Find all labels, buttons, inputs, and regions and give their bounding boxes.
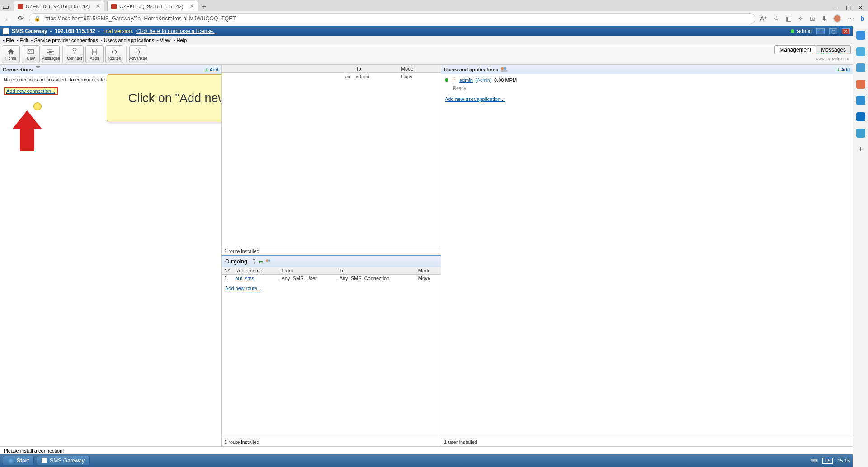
favicon-icon — [18, 4, 23, 9]
advanced-button[interactable]: Advanced — [129, 45, 147, 63]
refresh-icon[interactable]: ⟳ — [16, 14, 24, 23]
taskbar-app[interactable]: SMS Gateway — [37, 456, 90, 466]
add-user-link-top[interactable]: Add — [837, 67, 850, 72]
table-row[interactable]: 1. out_sms Any_SMS_User Any_SMS_Connecti… — [222, 275, 441, 282]
collections-icon[interactable]: ✧ — [798, 15, 803, 22]
start-orb-icon — [8, 457, 14, 464]
svg-point-6 — [137, 51, 140, 53]
extensions-icon[interactable]: ⊞ — [810, 15, 815, 22]
app-maximize-icon[interactable]: ▢ — [829, 28, 837, 34]
menu-icon[interactable]: ⋯ — [848, 15, 854, 22]
svg-rect-0 — [28, 50, 34, 54]
close-icon[interactable]: ✕ — [96, 3, 100, 10]
close-icon[interactable]: ✕ — [190, 3, 194, 10]
avatar[interactable] — [833, 14, 841, 23]
favorite-icon[interactable]: ☆ — [774, 15, 779, 22]
url-input[interactable]: 🔒 https://localhost:9515/SMS_Gateway/?a=… — [29, 13, 755, 24]
copilot-icon[interactable]: b — [860, 15, 864, 22]
tab-title: OZEKI 10 (192.168.115.142) — [26, 4, 90, 9]
keyboard-icon[interactable]: ⌨ — [811, 458, 818, 464]
add-new-user-link[interactable]: Add new user/application... — [445, 96, 505, 102]
menu-view[interactable]: View — [157, 38, 171, 43]
new-tab-button[interactable]: + — [202, 3, 206, 11]
add-new-connection-link[interactable]: Add new connection... — [6, 88, 55, 94]
status-dot-icon — [791, 29, 794, 33]
new-button[interactable]: New — [22, 45, 40, 63]
buy-license-link[interactable]: Click here to purchase a license. — [136, 28, 214, 34]
lock-icon: 🔒 — [34, 15, 41, 22]
browser-tab-1[interactable]: OZEKI 10 (192.168.115.142) ✕ — [14, 1, 104, 11]
outlook-icon[interactable] — [856, 112, 865, 121]
add-connection-link-top[interactable]: Add — [205, 67, 218, 72]
svg-rect-1 — [47, 49, 52, 53]
chat-icon[interactable] — [856, 47, 865, 56]
address-bar: ← ⟳ 🔒 https://localhost:9515/SMS_Gateway… — [0, 11, 868, 26]
panel-title: Users and applications — [444, 67, 498, 72]
svg-point-5 — [92, 49, 97, 51]
users-icon — [500, 66, 508, 73]
menu-connections[interactable]: Service provider connections — [31, 38, 98, 43]
menu-edit[interactable]: Edit — [17, 38, 28, 43]
maximize-icon[interactable]: ▢ — [846, 5, 851, 11]
route-diagram-icon: ⬅ — [251, 258, 272, 265]
games-icon[interactable] — [856, 96, 865, 105]
users-panel: Users and applications Add admin (Admin)… — [441, 65, 853, 446]
messages-button[interactable]: Messages — [42, 45, 60, 63]
keyboard-layout[interactable]: US — [822, 458, 833, 464]
outgoing-header: Outgoing ⬅ — [222, 256, 441, 267]
app-close-icon[interactable]: ✕ — [842, 28, 850, 34]
menu-file[interactable]: File — [3, 38, 14, 43]
add-icon[interactable]: + — [856, 145, 865, 154]
system-tray: ⌨ US 15:15 — [811, 458, 850, 464]
menu-help[interactable]: Help — [174, 38, 187, 43]
menu-users[interactable]: Users and applications — [101, 38, 154, 43]
send-icon[interactable] — [856, 129, 865, 138]
routes-button[interactable]: Routes — [105, 45, 123, 63]
toolbar: Home New Messages Connect Apps Routes Ad… — [0, 44, 853, 65]
connect-button[interactable]: Connect — [66, 45, 84, 63]
tab-title: OZEKI 10 (192.168.115.142) — [119, 4, 183, 9]
route-name-link[interactable]: out_sms — [235, 276, 254, 281]
start-button[interactable]: Start — [3, 456, 34, 466]
user-row[interactable]: admin (Admin) 0.00 MPM — [441, 74, 853, 86]
menubar: File Edit Service provider connections U… — [0, 36, 853, 44]
outgoing-footer: 1 route installed. — [222, 438, 441, 446]
svg-point-4 — [92, 51, 97, 53]
downloads-icon[interactable]: ⬇ — [821, 15, 827, 22]
user-status: Ready — [441, 86, 853, 91]
user-name-link[interactable]: admin — [459, 77, 473, 83]
install-prompt: Please install a connection! — [4, 448, 64, 453]
svg-rect-2 — [49, 52, 54, 55]
browser-tab-2[interactable]: OZEKI 10 (192.168.115.142) ✕ — [107, 1, 198, 11]
search-icon[interactable] — [856, 31, 865, 40]
tab-messages[interactable]: Messages — [816, 45, 851, 54]
tools-icon[interactable] — [856, 63, 865, 72]
taskbar: Start SMS Gateway ⌨ US 15:15 — [0, 454, 853, 467]
back-icon[interactable]: ← — [4, 14, 12, 23]
url-text: https://localhost:9515/SMS_Gateway/?a=Ho… — [44, 15, 236, 22]
shopping-icon[interactable] — [856, 80, 865, 89]
svg-point-9 — [501, 67, 504, 70]
home-button[interactable]: Home — [2, 45, 20, 63]
incoming-footer: 1 route installed. — [222, 247, 441, 255]
app-icon — [42, 458, 47, 463]
app-minimize-icon[interactable]: — — [816, 28, 825, 34]
callout-text: Click on "Add new connection..." — [128, 91, 221, 105]
split-icon[interactable]: ▥ — [786, 15, 792, 22]
current-user: admin — [797, 28, 812, 34]
connections-panel: Connections Add No connections are insta… — [0, 65, 222, 446]
outgoing-table: N° Route name From To Mode 1. out_sms An… — [222, 267, 441, 282]
table-row[interactable]: ion admin Copy — [222, 73, 441, 81]
minimize-icon[interactable]: — — [833, 5, 839, 11]
apps-button[interactable]: Apps — [85, 45, 104, 63]
status-dot-icon — [445, 78, 448, 82]
app-title: SMS Gateway — [12, 28, 47, 34]
tab-list-icon[interactable]: ▭ — [0, 2, 11, 11]
tab-management[interactable]: Management — [774, 45, 816, 54]
app-titlebar: SMS Gateway - 192.168.115.142 - Trial ve… — [0, 26, 853, 36]
add-new-route-link[interactable]: Add new route... — [225, 286, 261, 291]
svg-point-3 — [92, 53, 97, 55]
close-icon[interactable]: ✕ — [858, 5, 863, 11]
read-aloud-icon[interactable]: A⁺ — [760, 15, 767, 22]
workarea: Connections Add No connections are insta… — [0, 65, 853, 446]
